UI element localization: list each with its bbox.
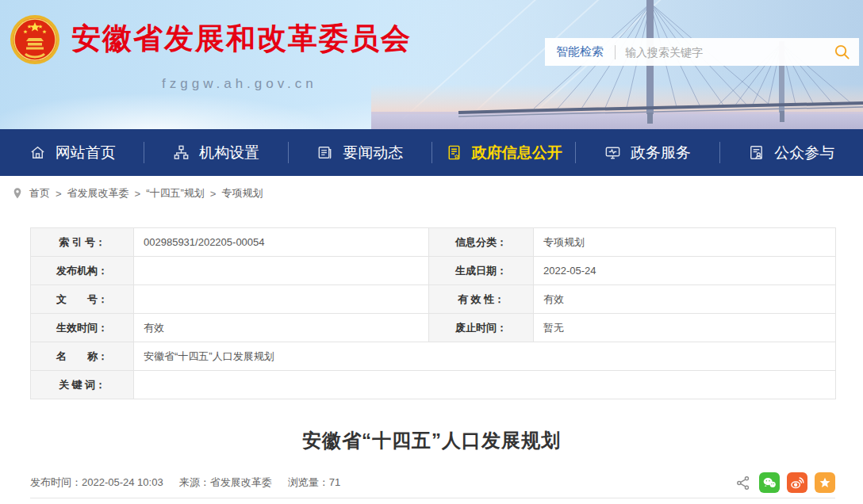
share-button[interactable]	[735, 475, 752, 491]
index-number-label: 索 引 号：	[31, 228, 134, 257]
nav-label: 机构设置	[199, 143, 259, 163]
repeal-time-label: 废止时间：	[429, 314, 534, 342]
publisher-label: 发布机构：	[31, 257, 134, 285]
create-date-label: 生成日期：	[429, 257, 534, 285]
news-icon	[316, 143, 334, 162]
nav-label: 政务服务	[631, 143, 691, 163]
keywords-value	[134, 371, 836, 399]
nav-label: 政府信息公开	[472, 143, 562, 163]
article-meta-row: 发布时间：2022-05-24 10:03 来源：省发展改革委 浏览量：71	[30, 472, 835, 498]
breadcrumb: 首页 > 省发展改革委 > “十四五”规划 > 专项规划	[0, 176, 863, 211]
site-header: 安徽省发展和改革委员会 fzggw.ah.gov.cn 智能检索	[0, 0, 863, 129]
crumb-plan-14-5[interactable]: “十四五”规划	[146, 186, 205, 200]
smart-search-toggle[interactable]: 智能检索	[545, 44, 615, 59]
favorite-button[interactable]	[815, 472, 835, 493]
crumb-separator: >	[56, 188, 62, 200]
table-row: 生效时间： 有效 废止时间： 暂无	[31, 314, 836, 342]
site-name: 安徽省发展和改革委员会	[71, 19, 412, 59]
nav-label: 公众参与	[774, 143, 834, 163]
nav-item-services[interactable]: 政务服务	[575, 129, 719, 176]
document-info-table-wrap: 索 引 号： 002985931/202205-00054 信息分类： 专项规划…	[30, 227, 835, 399]
doc-number-value	[134, 285, 429, 314]
table-row: 文 号： 有 效 性： 有效	[31, 285, 836, 314]
doc-number-label: 文 号：	[31, 285, 134, 314]
crumb-home[interactable]: 首页	[29, 186, 50, 200]
site-logo-link[interactable]: 安徽省发展和改革委员会 fzggw.ah.gov.cn	[0, 0, 444, 103]
view-count: 浏览量：71	[288, 475, 340, 490]
name-label: 名 称：	[31, 342, 134, 371]
crumb-separator: >	[135, 188, 141, 200]
weibo-share-button[interactable]	[787, 472, 807, 493]
org-chart-icon	[172, 143, 190, 162]
search-button[interactable]	[824, 38, 859, 66]
page-title: 安徽省“十四五”人口发展规划	[0, 428, 863, 453]
location-pin-icon	[11, 187, 24, 200]
nav-item-participation[interactable]: 公众参与	[719, 129, 863, 176]
nav-label: 网站首页	[56, 143, 116, 163]
nav-item-home[interactable]: 网站首页	[0, 129, 144, 176]
effective-time-value: 有效	[134, 314, 429, 342]
create-date-value: 2022-05-24	[534, 257, 836, 285]
crumb-commission[interactable]: 省发展改革委	[67, 186, 129, 200]
site-domain: fzggw.ah.gov.cn	[162, 76, 317, 92]
effective-time-label: 生效时间：	[31, 314, 134, 342]
search-input[interactable]	[616, 46, 824, 59]
search-bar: 智能检索	[545, 38, 859, 66]
doc-star-icon	[445, 143, 463, 162]
validity-value: 有效	[534, 285, 836, 314]
search-icon	[833, 43, 851, 61]
name-value: 安徽省“十四五”人口发展规划	[134, 342, 836, 371]
nav-label: 要闻动态	[343, 143, 403, 163]
index-number-value: 002985931/202205-00054	[134, 228, 429, 257]
validity-label: 有 效 性：	[429, 285, 534, 314]
national-emblem-icon	[10, 14, 60, 65]
share-toolbar	[735, 472, 835, 493]
source: 来源：省发展改革委	[179, 475, 272, 490]
info-category-value: 专项规划	[534, 228, 836, 257]
publish-time: 发布时间：2022-05-24 10:03	[30, 475, 163, 490]
favorite-star-icon	[816, 474, 834, 491]
share-icon	[735, 475, 752, 491]
home-icon	[29, 143, 47, 162]
table-row: 关 键 词：	[31, 371, 836, 399]
table-row: 发布机构： 生成日期： 2022-05-24	[31, 257, 836, 285]
article-meta: 发布时间：2022-05-24 10:03 来源：省发展改革委 浏览量：71	[30, 475, 340, 490]
nav-item-info-disclosure[interactable]: 政府信息公开	[432, 129, 575, 176]
crumb-separator: >	[210, 188, 217, 200]
nav-item-news[interactable]: 要闻动态	[288, 129, 432, 176]
document-info-table: 索 引 号： 002985931/202205-00054 信息分类： 专项规划…	[30, 227, 836, 399]
publisher-value	[134, 257, 429, 285]
monitor-icon	[604, 143, 622, 162]
table-row: 索 引 号： 002985931/202205-00054 信息分类： 专项规划	[31, 228, 836, 257]
keywords-label: 关 键 词：	[31, 371, 134, 399]
wechat-share-button[interactable]	[759, 472, 780, 493]
main-nav: 网站首页 机构设置 要闻动态 政府信息公开 政务服务 公众参与	[0, 129, 863, 176]
nav-item-org[interactable]: 机构设置	[144, 129, 287, 176]
repeal-time-value: 暂无	[534, 314, 836, 342]
weibo-icon	[788, 474, 806, 491]
wechat-icon	[761, 474, 778, 491]
crumb-special-plan: 专项规划	[221, 186, 263, 200]
person-doc-icon	[747, 143, 765, 162]
table-row: 名 称： 安徽省“十四五”人口发展规划	[31, 342, 836, 371]
info-category-label: 信息分类：	[429, 228, 534, 257]
